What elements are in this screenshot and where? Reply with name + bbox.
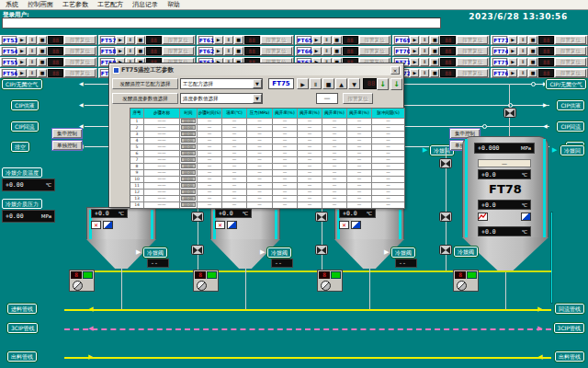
valve-icon[interactable] [315, 212, 328, 222]
value-cell[interactable]: — [298, 151, 322, 156]
ft-start-button[interactable]: ▶ [116, 36, 125, 44]
ft-alarm-reset-button[interactable]: 报警复位 [555, 58, 586, 66]
pump-unit[interactable]: 8 [69, 270, 95, 292]
ft-stop-button[interactable]: ■ [528, 58, 537, 66]
step-name-cell[interactable]: —— [144, 125, 179, 131]
value-cell[interactable]: — [222, 190, 246, 195]
valve-icon[interactable] [503, 108, 516, 118]
discharge-line-label-left[interactable]: 出料管线 [7, 351, 37, 362]
value-cell[interactable]: — [273, 202, 297, 208]
pipe-label-cip-return-left[interactable]: CIP回流 [11, 121, 39, 132]
value-cell[interactable]: — [273, 183, 297, 189]
value-cell[interactable]: — [247, 170, 272, 176]
parameter-icon[interactable] [103, 221, 113, 229]
ft-pause-button[interactable]: Ⅱ [28, 58, 37, 66]
ft-pause-button[interactable]: Ⅱ [420, 36, 429, 44]
step-name-cell[interactable]: —— [144, 170, 179, 176]
time-set-button[interactable]: 00:00 [181, 177, 196, 181]
ft-stop-button[interactable]: ■ [136, 47, 145, 55]
ft-stop-button[interactable]: ■ [234, 36, 243, 44]
step-name-cell[interactable]: —— [144, 138, 179, 144]
value-cell[interactable]: — [222, 151, 246, 156]
value-cell[interactable]: — [198, 196, 221, 201]
value-cell[interactable]: — [247, 202, 272, 208]
ft-stop-button[interactable]: ■ [430, 36, 439, 44]
ft-alarm-reset-button[interactable]: 报警复位 [64, 36, 96, 44]
ft-alarm-reset-button[interactable]: 报警复位 [64, 58, 96, 66]
menu-item[interactable]: 工艺参数 [59, 0, 92, 9]
chevron-down-icon[interactable]: ▼ [253, 94, 262, 103]
time-set-button[interactable]: 00:00 [181, 170, 196, 175]
value-cell[interactable]: — [372, 119, 404, 124]
value-cell[interactable]: — [273, 138, 297, 144]
value-cell[interactable]: — [247, 190, 272, 195]
step-name-cell[interactable]: —— [144, 202, 179, 208]
value-cell[interactable]: — [198, 151, 221, 156]
central-control-button-left[interactable]: 集中控制 [51, 128, 83, 139]
value-cell[interactable]: — [198, 157, 221, 163]
ft-pause-button[interactable]: Ⅱ [224, 47, 233, 55]
ft-pause-button[interactable]: Ⅱ [518, 58, 527, 66]
value-cell[interactable]: — [347, 119, 371, 124]
valve-icon[interactable] [191, 245, 204, 255]
ft-pause-button[interactable]: Ⅱ [420, 58, 429, 66]
value-cell[interactable]: — [347, 151, 371, 156]
pipe-label-vent-left[interactable]: 排空 [11, 142, 29, 152]
value-cell[interactable]: — [273, 190, 297, 195]
ft-alarm-reset-button[interactable]: 报警复位 [555, 36, 586, 44]
coolant-return-label-right[interactable]: 冷媒回 [560, 145, 584, 155]
parameter-icon[interactable] [521, 213, 531, 221]
value-cell[interactable]: — [372, 183, 404, 189]
trend-chart-icon[interactable] [478, 213, 488, 221]
value-cell[interactable]: — [273, 151, 297, 156]
ft-pause-button[interactable]: Ⅱ [518, 47, 527, 55]
ft-pause-button[interactable]: Ⅱ [420, 47, 429, 55]
value-cell[interactable]: — [372, 132, 404, 137]
value-cell[interactable]: — [298, 157, 322, 163]
valve-icon[interactable] [315, 245, 328, 255]
ft-alarm-reset-button[interactable]: 报警复位 [261, 47, 292, 55]
recipe-export-icon[interactable]: ↓ [390, 78, 402, 90]
step-name-cell[interactable]: —— [144, 132, 179, 137]
value-cell[interactable]: — [198, 125, 221, 131]
value-cell[interactable]: — [298, 190, 322, 195]
time-set-button[interactable]: 00:00 [181, 125, 196, 130]
individual-control-button-left[interactable]: 单独控制 [51, 140, 83, 151]
return-line-label-right[interactable]: 回流管线 [555, 304, 584, 314]
value-cell[interactable]: — [322, 177, 346, 182]
value-cell[interactable]: — [322, 164, 346, 169]
value-cell[interactable]: — [322, 151, 346, 156]
value-cell[interactable]: — [347, 132, 371, 137]
coolant-valve-label[interactable]: 冷媒阀 [391, 247, 415, 258]
value-cell[interactable]: — [347, 138, 371, 144]
ft-start-button[interactable]: ▶ [410, 47, 419, 55]
ft-start-button[interactable]: ▶ [214, 36, 223, 44]
ft-start-button[interactable]: ▶ [17, 36, 27, 44]
value-cell[interactable]: — [347, 190, 371, 195]
recipe-select-dropdown[interactable]: 工艺配方选择 ▼ [180, 78, 263, 89]
value-cell[interactable]: — [298, 183, 322, 189]
value-cell[interactable]: — [298, 119, 322, 124]
step-up-button[interactable]: ▲ [335, 78, 347, 89]
ft-alarm-reset-button[interactable]: 报警复位 [64, 47, 96, 55]
coolant-valve-label[interactable]: 冷媒阀 [267, 247, 291, 258]
value-cell[interactable]: — [298, 196, 322, 201]
ft-start-button[interactable]: ▶ [508, 58, 517, 66]
value-cell[interactable]: — [198, 144, 221, 150]
time-set-button[interactable]: 00:00 [181, 151, 196, 155]
value-cell[interactable]: — [322, 144, 346, 150]
ft-start-button[interactable]: ▶ [17, 69, 27, 77]
value-cell[interactable]: — [198, 177, 221, 182]
pump-unit[interactable]: 8 [317, 270, 343, 292]
ft-pause-button[interactable]: Ⅱ [28, 36, 37, 44]
pipe-label-cip-supply-right[interactable]: CIP供液 [557, 100, 584, 110]
stop-button[interactable]: ■ [322, 78, 334, 89]
pipe-label-cip-return-right[interactable]: CIP回流 [557, 121, 584, 132]
value-cell[interactable]: — [347, 170, 371, 176]
ft-alarm-reset-button[interactable]: 报警复位 [261, 36, 292, 44]
alarm-x-icon[interactable]: ✕ [215, 221, 225, 229]
pump-unit[interactable]: 8 [193, 270, 219, 292]
value-cell[interactable]: — [347, 164, 371, 169]
feed-line-label-left[interactable]: 进料管线 [7, 304, 37, 314]
valve-icon[interactable] [439, 158, 452, 168]
